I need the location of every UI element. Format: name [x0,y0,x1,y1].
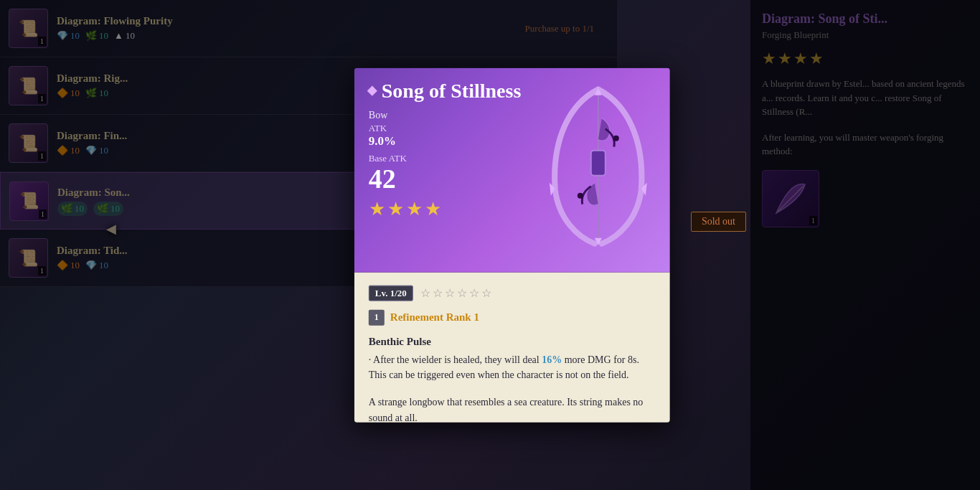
popup-stars: ★★★★ [369,198,656,220]
level-badge: Lv. 1/20 [369,285,413,301]
title-diamond-icon [367,85,377,95]
star-6: ☆ [481,286,491,300]
sold-out-badge [354,401,659,407]
refinement-stars: ☆ ☆ ☆ ☆ ☆ ☆ [420,286,491,300]
lore-description: A strange longbow that resembles a sea c… [369,395,656,423]
star-2: ☆ [433,286,443,300]
popup-title: Song of Stillness [382,79,522,102]
popup-card: Song of Stillness Bow ATK 9.0% Base ATK … [354,67,670,423]
popup-weapon-type: Bow [369,109,656,121]
skill-highlight: 16% [542,354,562,364]
refinement-row: 1 Refinement Rank 1 [369,309,656,325]
star-5: ☆ [469,286,479,300]
refinement-label: Refinement Rank 1 [390,311,479,324]
popup-stat-label: ATK [369,122,656,133]
popup-stat-value: 9.0% [369,133,656,148]
star-3: ☆ [445,286,455,300]
popup-base-atk-value: 42 [369,164,656,194]
sold-out-overlay-badge: Sold out [691,212,746,232]
skill-name: Benthic Pulse [369,335,656,347]
skill-description: · After the wielder is healed, they will… [369,352,656,382]
refinement-number: 1 [369,309,385,325]
skill-desc-part1: · After the wielder is healed, they will… [369,354,542,364]
star-1: ☆ [420,286,430,300]
star-4: ☆ [457,286,467,300]
popup-base-atk-label: Base ATK [369,152,656,164]
popup-header: Song of Stillness Bow ATK 9.0% Base ATK … [354,67,670,272]
popup-level-row: Lv. 1/20 ☆ ☆ ☆ ☆ ☆ ☆ [369,285,656,301]
popup-body: Lv. 1/20 ☆ ☆ ☆ ☆ ☆ ☆ 1 Refinement Rank 1… [354,272,670,423]
